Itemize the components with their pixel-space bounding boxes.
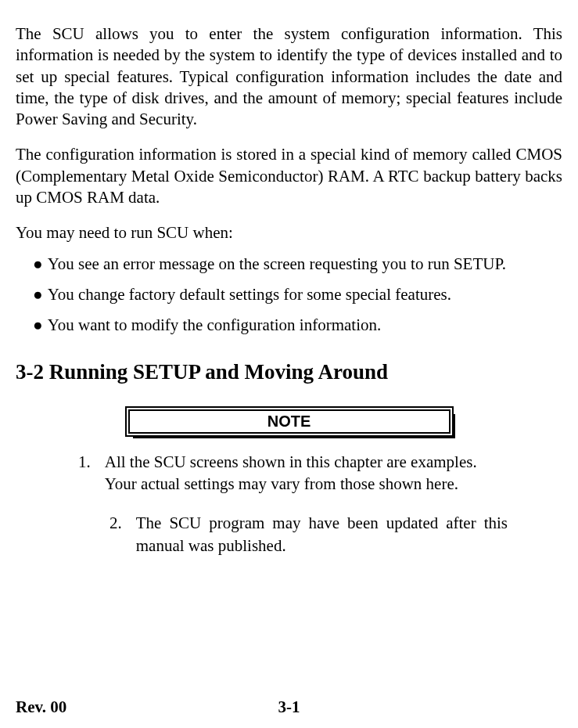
list-number: 2. [109, 512, 122, 557]
list-intro: You may need to run SCU when: [16, 222, 562, 243]
page-footer: Rev. 00 3-1 [16, 697, 562, 717]
bullet-text: You want to modify the configuration inf… [48, 315, 562, 336]
bullet-text: You see an error message on the screen r… [48, 254, 562, 275]
bullet-item: ● You want to modify the configuration i… [16, 315, 562, 336]
numbered-item: 1. All the SCU screens shown in this cha… [78, 451, 523, 496]
bullet-icon: ● [33, 315, 43, 336]
note-line: Your actual settings may vary from those… [105, 473, 523, 495]
bullet-list: ● You see an error message on the screen… [16, 254, 562, 337]
bullet-icon: ● [33, 254, 43, 275]
note-box: NOTE [125, 406, 454, 437]
bullet-icon: ● [33, 284, 43, 305]
footer-page-number: 3-1 [278, 697, 300, 717]
note-line: All the SCU screens shown in this chapte… [105, 451, 523, 473]
paragraph-cmos: The configuration information is stored … [16, 144, 562, 208]
note-label: NOTE [267, 413, 311, 430]
numbered-item: 2. The SCU program may have been updated… [78, 512, 523, 557]
section-heading: 3-2 Running SETUP and Moving Around [16, 360, 562, 384]
note-text: The SCU program may have been updated af… [136, 512, 508, 557]
bullet-item: ● You change factory default settings fo… [16, 284, 562, 305]
numbered-note-list: 1. All the SCU screens shown in this cha… [16, 451, 562, 557]
list-number: 1. [78, 451, 91, 496]
bullet-item: ● You see an error message on the screen… [16, 254, 562, 275]
paragraph-scu-intro: The SCU allows you to enter the system c… [16, 23, 562, 130]
bullet-text: You change factory default settings for … [48, 284, 562, 305]
